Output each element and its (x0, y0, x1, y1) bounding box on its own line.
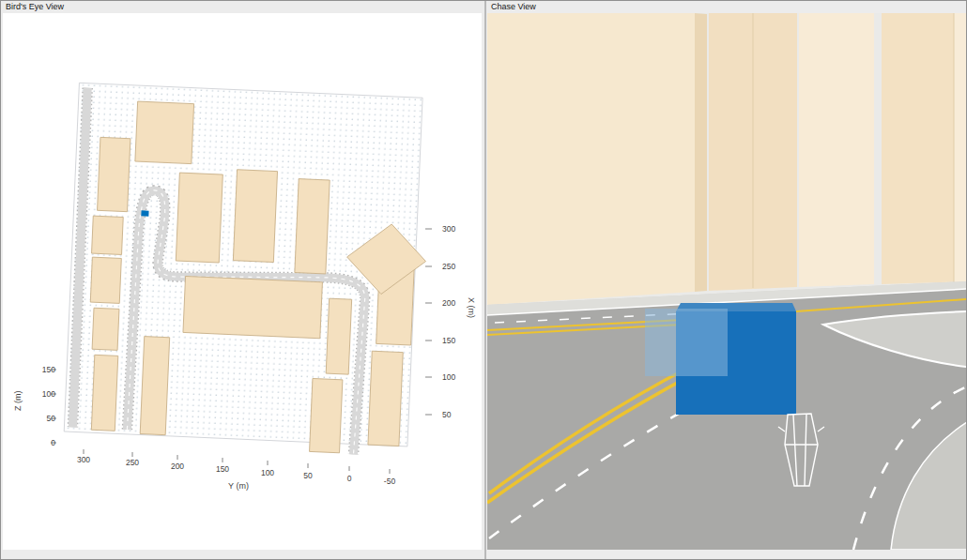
y-axis-label: Y (m) (228, 481, 249, 491)
x-axis-tick: 100 (442, 372, 455, 382)
building (310, 378, 343, 452)
ego-vehicle-ghost (645, 309, 728, 376)
buildings-row (487, 13, 967, 305)
chase-title: Chase View (491, 2, 536, 12)
building (326, 298, 351, 374)
x-axis-tick: 200 (442, 298, 455, 308)
y-axis-tick: 250 (126, 458, 139, 467)
x-axis-tick: 300 (442, 224, 455, 234)
building (92, 216, 124, 254)
scene-3d (64, 83, 433, 457)
birds-eye-panel: Bird's Eye View (1, 1, 484, 559)
birds-eye-view-canvas[interactable] (1, 1, 484, 560)
x-axis-tick: 250 (442, 262, 455, 271)
y-axis-tick: 200 (171, 462, 184, 471)
building (91, 355, 117, 431)
birds-eye-title: Bird's Eye View (6, 2, 64, 12)
building (90, 257, 121, 303)
y-axis-tick: 100 (261, 468, 274, 477)
building (135, 101, 194, 164)
chase-view-canvas[interactable] (487, 13, 967, 550)
z-axis-tick: 0 (27, 438, 55, 447)
building-wall (954, 13, 967, 282)
y-axis-tick: 50 (303, 471, 312, 480)
building (368, 351, 403, 446)
chase-panel: Chase View (486, 1, 967, 559)
building (140, 337, 170, 435)
y-axis-tick: 150 (216, 464, 229, 474)
z-axis-tick: 100 (27, 389, 55, 399)
z-axis-tick: 50 (27, 414, 55, 423)
y-axis-tick: -50 (384, 477, 395, 486)
z-axis-tick: 150 (27, 365, 55, 374)
building (295, 179, 330, 274)
building (98, 137, 130, 211)
building (183, 276, 322, 338)
x-axis-tick: 150 (442, 336, 455, 345)
figure-window: Bird's Eye View (0, 0, 967, 560)
building-wall (487, 13, 695, 305)
building-wall (799, 13, 874, 287)
building (92, 308, 119, 350)
y-axis-tick: 300 (77, 455, 90, 464)
ego-vehicle-marker (141, 210, 148, 216)
x-axis-label: X (m) (467, 297, 476, 318)
building (233, 170, 277, 263)
y-axis-tick: 0 (347, 474, 352, 483)
z-axis-label: Z (m) (13, 391, 23, 412)
building-wall (695, 13, 707, 292)
building (176, 173, 223, 263)
x-axis-tick: 50 (442, 410, 451, 419)
